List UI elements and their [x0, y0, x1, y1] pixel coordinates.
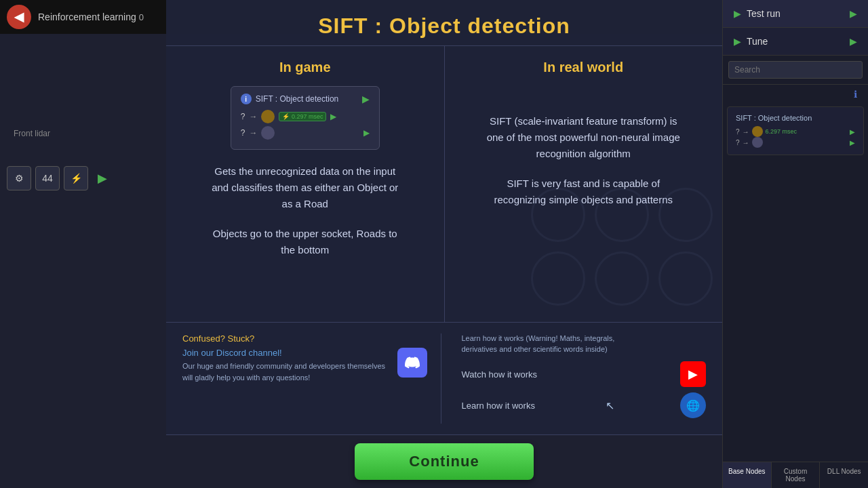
question-mark-2: ?: [736, 139, 740, 146]
arrow-right-tune-icon: ▶: [850, 36, 857, 47]
tune-button[interactable]: ▶ Tune ▶: [723, 28, 868, 56]
game-icon-2: 44: [35, 166, 60, 190]
node-q1: ?: [241, 112, 245, 121]
play-btn-1[interactable]: ▶: [850, 128, 855, 136]
col-real: In real world SIFT (scale-invariant feat…: [445, 46, 723, 322]
youtube-icon[interactable]: ▶: [680, 361, 706, 387]
app-score: 0: [139, 12, 144, 22]
node-vis-row-1: ? → ⚡ 0.297 msec ▶: [241, 110, 370, 123]
game-play-arrow[interactable]: ▶: [98, 171, 107, 186]
modal-title: SIFT : Object detection: [166, 0, 722, 45]
node-vis-name: SIFT : Object detection: [256, 94, 339, 104]
discord-text: Join our Discord channel! Our huge and f…: [182, 348, 389, 383]
front-lidar-label: Front lidar: [14, 129, 50, 138]
game-desc-2: Objects go to the upper socket, Roads to…: [213, 226, 397, 258]
modal-overlay: SIFT : Object detection In game i SIFT :…: [166, 0, 722, 488]
node-vis-arrow-btn[interactable]: ▶: [362, 94, 370, 104]
app-logo: ◀: [7, 5, 31, 29]
node-arrow2: →: [249, 128, 257, 138]
play-icon: ▶: [734, 8, 741, 19]
node-avatar1: [261, 110, 275, 123]
node-avatar2: [261, 126, 275, 140]
node-speed: 6.297 msec: [766, 128, 797, 135]
app-title: Reinforcement learning: [38, 12, 136, 22]
play-btn-2[interactable]: ▶: [850, 139, 855, 146]
node-play1[interactable]: ▶: [330, 112, 336, 121]
tab-custom-nodes[interactable]: Custom Nodes: [772, 462, 821, 488]
watch-label: Watch how it works: [462, 369, 538, 380]
right-panel-node: SIFT : Object detection ? → 6.297 msec ▶…: [727, 106, 864, 155]
game-icons: ⚙ 44 ⚡ ▶: [7, 166, 107, 190]
learn-row: Learn how it works ↖ 🌐: [462, 392, 707, 418]
node-play2[interactable]: ▶: [363, 128, 370, 138]
tab-base-nodes[interactable]: Base Nodes: [723, 462, 772, 488]
node-info-row: ℹ: [723, 85, 868, 104]
real-desc-1: SIFT (scale-invariant feature transform)…: [487, 113, 680, 162]
search-input[interactable]: [728, 61, 863, 79]
discord-row: Join our Discord channel! Our huge and f…: [182, 348, 427, 383]
node-arrow1: →: [249, 112, 257, 121]
modal-columns: In game i SIFT : Object detection ▶ ? → …: [166, 45, 722, 322]
node-vis-title-row: i SIFT : Object detection ▶: [241, 94, 370, 104]
footer-left: Confused? Stuck? Join our Discord channe…: [182, 333, 441, 424]
node-row-1: ? → 6.297 msec ▶: [736, 126, 855, 137]
confused-label: Confused? Stuck?: [182, 333, 427, 344]
panel-tabs: Base Nodes Custom Nodes DLL Nodes: [723, 462, 868, 488]
discord-icon[interactable]: [397, 348, 427, 378]
web-icon[interactable]: 🌐: [680, 392, 706, 418]
watch-row: Watch how it works ▶: [462, 361, 707, 387]
cursor-icon: ↖: [606, 399, 614, 412]
footer-right: Learn how it works (Warning! Maths, inte…: [455, 333, 707, 424]
right-panel: ▶ Test run ▶ ▶ Tune ▶ ℹ SIFT : Object de…: [722, 0, 868, 488]
discord-desc: Our huge and friendly community and deve…: [182, 361, 389, 383]
col-game: In game i SIFT : Object detection ▶ ? → …: [166, 46, 445, 322]
game-area: Front lidar ⚙ 44 ⚡ ▶: [0, 34, 166, 488]
game-icon-3: ⚡: [64, 166, 88, 190]
search-area: [723, 56, 868, 85]
game-icon-1: ⚙: [7, 166, 31, 190]
tune-label: Tune: [747, 36, 768, 47]
continue-bar: Continue: [166, 434, 722, 488]
node-vis-row-2: ? → ▶: [241, 126, 370, 140]
node-title: SIFT : Object detection: [736, 114, 855, 122]
discord-svg: [405, 355, 420, 370]
node-q2: ?: [241, 128, 245, 138]
avatar-1: [752, 126, 763, 137]
arrow-2: →: [743, 139, 749, 146]
discord-title: Join our Discord channel!: [182, 348, 389, 358]
tab-dll-nodes[interactable]: DLL Nodes: [820, 462, 868, 488]
info-icon: ℹ: [854, 89, 857, 100]
node-row-2: ? → ▶: [736, 137, 855, 148]
continue-button[interactable]: Continue: [355, 443, 533, 480]
test-run-label: Test run: [747, 8, 781, 19]
arrow-1: →: [743, 128, 749, 136]
warning-text: Learn how it works (Warning! Maths, inte…: [462, 333, 707, 354]
arrow-right-icon: ▶: [850, 8, 857, 19]
col-real-heading: In real world: [543, 60, 623, 75]
node-vis-box: i SIFT : Object detection ▶ ? → ⚡ 0.297 …: [231, 86, 380, 150]
avatar-2: [752, 137, 763, 148]
play-icon-tune: ▶: [734, 36, 741, 47]
node-vis-info-icon: i: [241, 94, 252, 104]
modal-footer: Confused? Stuck? Join our Discord channe…: [166, 322, 722, 434]
real-desc-2: SIFT is very fast and is capable of reco…: [494, 176, 673, 208]
learn-label: Learn how it works: [462, 401, 535, 411]
test-run-button[interactable]: ▶ Test run ▶: [723, 0, 868, 28]
col-game-heading: In game: [279, 60, 331, 75]
node-speed-badge: ⚡ 0.297 msec: [279, 112, 326, 121]
question-mark-1: ?: [736, 128, 740, 136]
game-desc-1: Gets the unrecognized data on the input …: [212, 163, 398, 212]
